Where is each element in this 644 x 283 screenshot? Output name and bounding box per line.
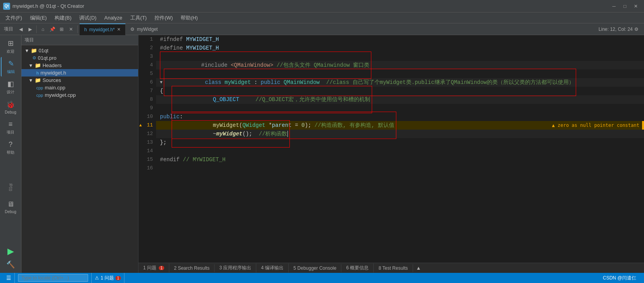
menu-tools[interactable]: 工具(T)	[126, 13, 151, 23]
sidebar-monitor[interactable]: 🖥 Debug	[1, 197, 20, 217]
toolbar-pin[interactable]: 📌	[48, 25, 57, 34]
project-icon: ≡	[9, 120, 13, 128]
tree-item-01qt-pro[interactable]: ⚙ 01qt.pro	[21, 54, 138, 62]
warning-message: ▲ zero as null pointer constant	[552, 121, 639, 130]
toolbar-back[interactable]: ◀	[16, 25, 25, 34]
close-button[interactable]: ✕	[631, 2, 641, 10]
titlebar: Qt mywidget.h @ 01qt - Qt Creator ─ □ ✕	[0, 0, 644, 12]
sidebar-item-welcome[interactable]: ⊞ 欢迎	[1, 37, 20, 56]
code-line-13: };	[156, 138, 644, 147]
line-numbers: 1 2 3 4 5 6 7 8 9 10 ▲ 11 12 13 14 15 16	[138, 35, 156, 263]
file-icon-h: h	[36, 71, 39, 75]
linenum-4: 4	[138, 61, 156, 69]
toolbar-split[interactable]: ⊞	[57, 25, 66, 34]
toolbar-close[interactable]: ✕	[67, 25, 75, 34]
maximize-button[interactable]: □	[620, 2, 630, 10]
tab-file-icon: h	[84, 27, 87, 32]
debug-icon: 🐞	[6, 100, 15, 109]
toolbar: 项目 ◀ ▶ ⌂ 📌 ⊞ ✕ h mywidget.h* ✕ ⚙ myWidge…	[0, 23, 644, 35]
tree-item-sources[interactable]: ▼ 📁 Sources	[21, 77, 138, 84]
welcome-icon: ⊞	[8, 39, 14, 48]
toolbar-home[interactable]: ⌂	[39, 25, 47, 34]
linenum-11: ▲ 11	[138, 121, 156, 130]
status-search	[15, 273, 92, 283]
folder-icon-sources: 📁	[35, 77, 41, 83]
menubar: 文件(F) 编辑(E) 构建(B) 调试(D) Analyze 工具(T) 控件…	[0, 12, 644, 23]
bottom-tab-debugger-console[interactable]: 5 Debugger Console	[289, 264, 341, 272]
tab-spacer	[163, 23, 594, 35]
code-editor[interactable]: 1 2 3 4 5 6 7 8 9 10 ▲ 11 12 13 14 15 16	[138, 35, 644, 263]
search-input[interactable]	[18, 274, 88, 282]
menu-help[interactable]: 帮助(H)	[177, 13, 202, 23]
bottom-tab-scroll-up[interactable]: ▲	[415, 265, 423, 271]
window-title: mywidget.h @ 01qt - Qt Creator	[12, 3, 609, 9]
csdn-credit: CSDN @闫遣仨	[603, 275, 636, 281]
tab-close-mywidget-h[interactable]: ✕	[117, 27, 121, 32]
sidebar-bottom: 01qt 🖥 Debug	[1, 183, 20, 220]
tree-item-01qt[interactable]: ▼ 📁 01qt	[21, 47, 138, 54]
settings-icon[interactable]: ⚙	[634, 27, 639, 32]
linenum-7: 7	[138, 87, 156, 95]
status-problems[interactable]: ⚠ 1 问题 1	[92, 273, 124, 283]
bottom-tab-test-results[interactable]: 8 Test Results	[374, 264, 413, 272]
code-content[interactable]: #ifndef MYWIDGET_H #define MYWIDGET_H #i…	[156, 35, 644, 263]
menu-controls[interactable]: 控件(W)	[151, 13, 177, 23]
run-button[interactable]: ▶	[5, 246, 16, 257]
linenum-14: 14	[138, 147, 156, 155]
file-tree-panel: 项目 ▼ 📁 01qt ⚙ 01qt.pro ▼ 📁 Headers h	[21, 35, 138, 273]
menu-analyze[interactable]: Analyze	[100, 14, 126, 22]
menu-file[interactable]: 文件(F)	[2, 13, 26, 23]
bottom-tab-summary[interactable]: 6 概要信息	[341, 263, 374, 272]
linenum-6: 6	[138, 78, 156, 87]
welcome-label: 欢迎	[7, 49, 14, 54]
filetree-content: ▼ 📁 01qt ⚙ 01qt.pro ▼ 📁 Headers h mywidg…	[21, 45, 138, 273]
sidebar-item-project[interactable]: ≡ 项目	[1, 118, 20, 137]
collapse-arrow-icon[interactable]: ▼	[160, 78, 163, 87]
edit-label: 编辑	[7, 69, 15, 75]
toolbar-sep2	[77, 25, 78, 33]
tree-item-headers[interactable]: ▼ 📁 Headers	[21, 62, 138, 69]
build-button[interactable]: 🔨	[5, 259, 16, 271]
linenum-1: 1	[138, 35, 156, 44]
menu-edit[interactable]: 编辑(E)	[26, 13, 51, 23]
bottom-tab-app-output[interactable]: 3 应用程序输出	[215, 263, 256, 272]
problems-icon: ⚠	[95, 275, 99, 281]
status-right: CSDN @闫遣仨	[598, 275, 641, 281]
warning-stripe	[642, 121, 644, 130]
app-icon: Qt	[3, 3, 10, 10]
bottom-tab-problems[interactable]: 1 问题 1	[138, 263, 169, 272]
tree-item-mywidget-h[interactable]: h mywidget.h	[21, 69, 138, 77]
toggle-icon[interactable]: ☰	[6, 275, 11, 281]
project-label: 项目	[7, 130, 14, 135]
editor-tabs-toolbar: h mywidget.h* ✕ ⚙ myWidget Line: 12, Col…	[80, 23, 642, 35]
linenum-13: 13	[138, 138, 156, 147]
problems-count-badge: 1	[115, 276, 121, 280]
tab-mywidget[interactable]: ⚙ myWidget	[126, 23, 163, 35]
menu-build[interactable]: 构建(B)	[51, 13, 75, 23]
tree-item-main-cpp[interactable]: cpp main.cpp	[21, 84, 138, 91]
menu-debug[interactable]: 调试(D)	[75, 13, 100, 23]
tree-label-01qt-pro: 01qt.pro	[38, 55, 57, 61]
sidebar-icons: ⊞ 欢迎 ✎ 编辑 ◧ 设计 🐞 Debug ≡ 项目 ? 帮助 01qt 🖥 …	[0, 35, 21, 273]
sidebar-item-debug[interactable]: 🐞 Debug	[1, 98, 20, 117]
toolbar-forward[interactable]: ▶	[26, 25, 34, 34]
tab-mywidget-h[interactable]: h mywidget.h* ✕	[80, 23, 126, 35]
tree-label-sources: Sources	[43, 77, 61, 83]
sidebar-item-help[interactable]: ? 帮助	[1, 138, 20, 158]
tree-label-headers: Headers	[43, 62, 62, 68]
toolbar-left: 项目 ◀ ▶ ⌂ 📌 ⊞ ✕	[2, 25, 75, 34]
folder-arrow-icon-sources: ▼	[28, 78, 33, 83]
project-bottom-label: 01qt	[9, 183, 13, 191]
folder-arrow-icon: ▼	[25, 48, 29, 53]
run-controls: ▶ 🔨	[5, 246, 16, 273]
sidebar-item-edit[interactable]: ✎ 编辑	[1, 57, 20, 77]
bottom-tab-search[interactable]: 2 Search Results	[169, 264, 215, 272]
bottom-tabs: 1 问题 1 2 Search Results 3 应用程序输出 4 编译输出 …	[138, 263, 644, 273]
minimize-button[interactable]: ─	[609, 2, 619, 10]
tree-item-mywidget-cpp[interactable]: cpp mywidget.cpp	[21, 91, 138, 99]
code-line-1: #ifndef MYWIDGET_H	[156, 35, 644, 44]
bottom-tab-compile-output[interactable]: 4 编译输出	[256, 263, 289, 272]
sidebar-item-design[interactable]: ◧ 设计	[1, 77, 20, 97]
main-area: ⊞ 欢迎 ✎ 编辑 ◧ 设计 🐞 Debug ≡ 项目 ? 帮助 01qt 🖥 …	[0, 35, 644, 273]
file-icon-cpp-mywidget: cpp	[36, 93, 43, 98]
